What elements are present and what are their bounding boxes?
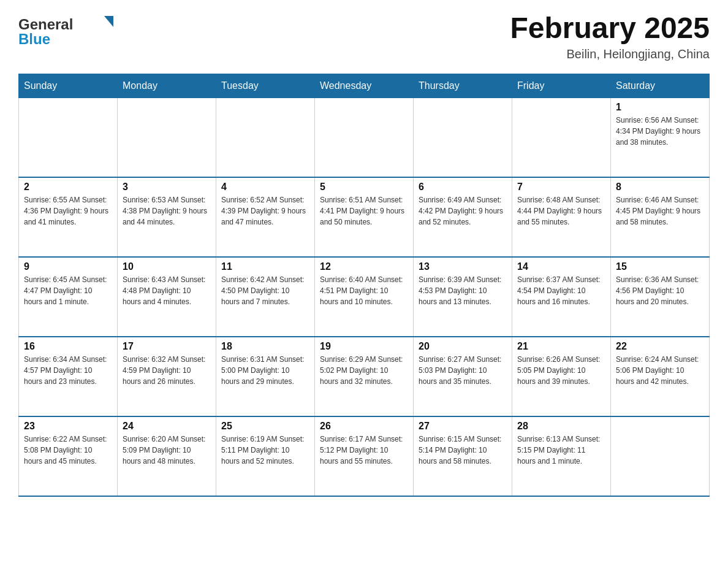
day-number: 5	[320, 182, 408, 193]
day-number: 7	[517, 182, 605, 193]
day-cell: 8Sunrise: 6:46 AM Sunset: 4:45 PM Daylig…	[611, 177, 710, 257]
day-info: Sunrise: 6:20 AM Sunset: 5:09 PM Dayligh…	[123, 434, 211, 467]
day-info: Sunrise: 6:37 AM Sunset: 4:54 PM Dayligh…	[517, 274, 605, 307]
day-cell	[611, 416, 710, 496]
day-info: Sunrise: 6:56 AM Sunset: 4:34 PM Dayligh…	[616, 115, 704, 148]
day-cell: 3Sunrise: 6:53 AM Sunset: 4:38 PM Daylig…	[118, 177, 216, 257]
day-info: Sunrise: 6:42 AM Sunset: 4:50 PM Dayligh…	[221, 274, 309, 307]
header-wednesday: Wednesday	[315, 74, 414, 98]
day-cell: 7Sunrise: 6:48 AM Sunset: 4:44 PM Daylig…	[512, 177, 611, 257]
day-info: Sunrise: 6:39 AM Sunset: 4:53 PM Dayligh…	[419, 274, 507, 307]
day-number: 15	[616, 261, 704, 272]
day-number: 10	[123, 261, 211, 272]
title-area: February 2025 Beilin, Heilongjiang, Chin…	[510, 12, 710, 61]
day-cell: 2Sunrise: 6:55 AM Sunset: 4:36 PM Daylig…	[19, 177, 118, 257]
day-cell	[216, 98, 315, 177]
day-cell: 12Sunrise: 6:40 AM Sunset: 4:51 PM Dayli…	[315, 257, 414, 337]
day-info: Sunrise: 6:48 AM Sunset: 4:44 PM Dayligh…	[517, 194, 605, 228]
week-row-5: 23Sunrise: 6:22 AM Sunset: 5:08 PM Dayli…	[19, 416, 710, 496]
header-saturday: Saturday	[611, 74, 710, 98]
day-info: Sunrise: 6:55 AM Sunset: 4:36 PM Dayligh…	[24, 194, 112, 228]
day-info: Sunrise: 6:22 AM Sunset: 5:08 PM Dayligh…	[24, 434, 112, 467]
day-cell: 24Sunrise: 6:20 AM Sunset: 5:09 PM Dayli…	[118, 416, 216, 496]
day-info: Sunrise: 6:53 AM Sunset: 4:38 PM Dayligh…	[123, 194, 211, 228]
day-number: 2	[24, 182, 112, 193]
day-cell: 16Sunrise: 6:34 AM Sunset: 4:57 PM Dayli…	[19, 337, 118, 416]
header-tuesday: Tuesday	[216, 74, 315, 98]
day-info: Sunrise: 6:26 AM Sunset: 5:05 PM Dayligh…	[517, 354, 605, 387]
day-cell: 9Sunrise: 6:45 AM Sunset: 4:47 PM Daylig…	[19, 257, 118, 337]
day-info: Sunrise: 6:19 AM Sunset: 5:11 PM Dayligh…	[221, 434, 309, 467]
day-number: 26	[320, 421, 408, 432]
day-cell: 18Sunrise: 6:31 AM Sunset: 5:00 PM Dayli…	[216, 337, 315, 416]
day-info: Sunrise: 6:31 AM Sunset: 5:00 PM Dayligh…	[221, 354, 309, 387]
logo-svg: General Blue	[18, 12, 113, 49]
day-cell	[414, 98, 512, 177]
day-number: 19	[320, 341, 408, 352]
weekday-header-row: Sunday Monday Tuesday Wednesday Thursday…	[19, 74, 710, 98]
day-info: Sunrise: 6:52 AM Sunset: 4:39 PM Dayligh…	[221, 194, 309, 228]
day-info: Sunrise: 6:51 AM Sunset: 4:41 PM Dayligh…	[320, 194, 408, 228]
calendar-table: Sunday Monday Tuesday Wednesday Thursday…	[18, 74, 710, 497]
day-number: 11	[221, 261, 309, 272]
header-monday: Monday	[118, 74, 216, 98]
svg-text:General: General	[18, 16, 73, 33]
day-cell: 11Sunrise: 6:42 AM Sunset: 4:50 PM Dayli…	[216, 257, 315, 337]
day-cell: 22Sunrise: 6:24 AM Sunset: 5:06 PM Dayli…	[611, 337, 710, 416]
day-cell: 15Sunrise: 6:36 AM Sunset: 4:56 PM Dayli…	[611, 257, 710, 337]
svg-marker-1	[104, 16, 113, 27]
day-cell: 5Sunrise: 6:51 AM Sunset: 4:41 PM Daylig…	[315, 177, 414, 257]
day-info: Sunrise: 6:13 AM Sunset: 5:15 PM Dayligh…	[517, 434, 605, 467]
logo: General Blue	[18, 12, 113, 49]
day-info: Sunrise: 6:24 AM Sunset: 5:06 PM Dayligh…	[616, 354, 704, 387]
day-cell: 6Sunrise: 6:49 AM Sunset: 4:42 PM Daylig…	[414, 177, 512, 257]
day-cell: 25Sunrise: 6:19 AM Sunset: 5:11 PM Dayli…	[216, 416, 315, 496]
day-number: 21	[517, 341, 605, 352]
week-row-1: 1Sunrise: 6:56 AM Sunset: 4:34 PM Daylig…	[19, 98, 710, 177]
day-number: 18	[221, 341, 309, 352]
day-cell: 1Sunrise: 6:56 AM Sunset: 4:34 PM Daylig…	[611, 98, 710, 177]
week-row-4: 16Sunrise: 6:34 AM Sunset: 4:57 PM Dayli…	[19, 337, 710, 416]
day-info: Sunrise: 6:36 AM Sunset: 4:56 PM Dayligh…	[616, 274, 704, 307]
page-header: General Blue February 2025 Beilin, Heilo…	[18, 12, 710, 61]
day-info: Sunrise: 6:32 AM Sunset: 4:59 PM Dayligh…	[123, 354, 211, 387]
day-number: 24	[123, 421, 211, 432]
day-cell	[118, 98, 216, 177]
day-number: 17	[123, 341, 211, 352]
month-title: February 2025	[510, 12, 710, 45]
day-cell: 4Sunrise: 6:52 AM Sunset: 4:39 PM Daylig…	[216, 177, 315, 257]
day-number: 23	[24, 421, 112, 432]
svg-text:Blue: Blue	[18, 31, 50, 47]
day-cell: 17Sunrise: 6:32 AM Sunset: 4:59 PM Dayli…	[118, 337, 216, 416]
day-number: 4	[221, 182, 309, 193]
day-info: Sunrise: 6:15 AM Sunset: 5:14 PM Dayligh…	[419, 434, 507, 467]
day-number: 20	[419, 341, 507, 352]
day-number: 12	[320, 261, 408, 272]
day-number: 3	[123, 182, 211, 193]
day-cell: 27Sunrise: 6:15 AM Sunset: 5:14 PM Dayli…	[414, 416, 512, 496]
day-cell: 20Sunrise: 6:27 AM Sunset: 5:03 PM Dayli…	[414, 337, 512, 416]
header-thursday: Thursday	[414, 74, 512, 98]
day-number: 9	[24, 261, 112, 272]
day-info: Sunrise: 6:46 AM Sunset: 4:45 PM Dayligh…	[616, 194, 704, 228]
day-number: 14	[517, 261, 605, 272]
day-info: Sunrise: 6:43 AM Sunset: 4:48 PM Dayligh…	[123, 274, 211, 307]
day-info: Sunrise: 6:17 AM Sunset: 5:12 PM Dayligh…	[320, 434, 408, 467]
day-cell: 26Sunrise: 6:17 AM Sunset: 5:12 PM Dayli…	[315, 416, 414, 496]
day-number: 22	[616, 341, 704, 352]
day-cell: 23Sunrise: 6:22 AM Sunset: 5:08 PM Dayli…	[19, 416, 118, 496]
day-cell: 13Sunrise: 6:39 AM Sunset: 4:53 PM Dayli…	[414, 257, 512, 337]
day-info: Sunrise: 6:49 AM Sunset: 4:42 PM Dayligh…	[419, 194, 507, 228]
day-cell: 19Sunrise: 6:29 AM Sunset: 5:02 PM Dayli…	[315, 337, 414, 416]
day-number: 25	[221, 421, 309, 432]
day-info: Sunrise: 6:27 AM Sunset: 5:03 PM Dayligh…	[419, 354, 507, 387]
day-cell: 14Sunrise: 6:37 AM Sunset: 4:54 PM Dayli…	[512, 257, 611, 337]
day-number: 27	[419, 421, 507, 432]
day-number: 16	[24, 341, 112, 352]
day-cell: 28Sunrise: 6:13 AM Sunset: 5:15 PM Dayli…	[512, 416, 611, 496]
day-cell	[315, 98, 414, 177]
day-info: Sunrise: 6:45 AM Sunset: 4:47 PM Dayligh…	[24, 274, 112, 307]
day-info: Sunrise: 6:34 AM Sunset: 4:57 PM Dayligh…	[24, 354, 112, 387]
header-sunday: Sunday	[19, 74, 118, 98]
day-number: 6	[419, 182, 507, 193]
